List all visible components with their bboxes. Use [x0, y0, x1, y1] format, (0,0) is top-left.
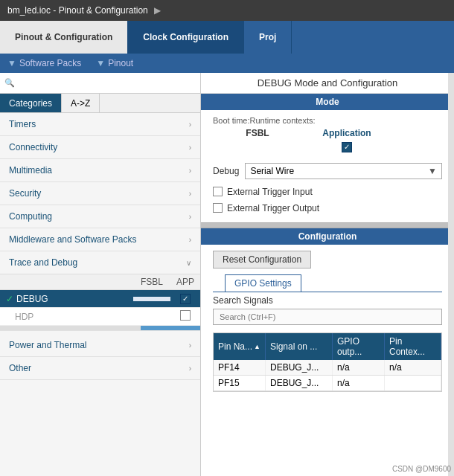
sub-tab-bar: ▼ Software Packs ▼ Pinout: [0, 54, 454, 73]
pin-table: Pin Na... ▲ Signal on ... GPIO outp... P…: [213, 332, 442, 392]
checkbox-debug-app[interactable]: ✓: [180, 294, 191, 304]
checkbox-app-context[interactable]: ✓: [342, 142, 352, 152]
sidebar-item-middleware[interactable]: Middleware and Software Packs ›: [0, 228, 200, 251]
watermark: CSDN @DM9600: [392, 465, 451, 473]
pin-cell-pf14-name: PF14: [214, 360, 266, 375]
trace-col-app-header: APP: [170, 274, 200, 289]
checkbox-ext-trigger-output[interactable]: [213, 203, 223, 213]
sidebar-item-timers[interactable]: Timers ›: [0, 113, 200, 136]
ctx-app-checkbox-cell[interactable]: ✓: [302, 141, 391, 152]
panel-title: DEBUG Mode and Configuration: [201, 73, 454, 94]
context-app-label: Application: [302, 128, 391, 138]
pin-col-2-header: Signal on ...: [266, 333, 333, 360]
main-layout: 🔍 Categories A->Z Timers › Connectivity …: [0, 73, 454, 476]
debug-label: Debug: [213, 166, 239, 176]
pin-cell-pf14-signal: DEBUG_J...: [266, 360, 333, 375]
cat-tab-categories[interactable]: Categories: [0, 94, 62, 112]
pin-cell-pf14-context: n/a: [385, 360, 441, 375]
config-section: Configuration Reset Configuration GPIO S…: [201, 228, 454, 392]
pin-col-4-header: Pin Contex...: [385, 333, 441, 360]
right-scrollbar[interactable]: [448, 73, 454, 476]
tab-clock[interactable]: Clock Configuration: [128, 21, 244, 54]
title-arrow: ▶: [154, 5, 161, 16]
external-trigger-output-row[interactable]: External Trigger Output: [201, 200, 454, 216]
search-signals: Search Signals: [201, 292, 454, 328]
pin-cell-pf15-gpio: n/a: [333, 376, 385, 390]
trace-scrollbar[interactable]: [0, 326, 200, 330]
pin-row-pf15[interactable]: PF15 DEBUG_J... n/a: [214, 376, 441, 391]
chevron-right-icon-6: ›: [189, 236, 191, 244]
right-panel: DEBUG Mode and Configuration Mode Boot t…: [201, 73, 454, 476]
trace-col-fsbl-header: FSBL: [133, 274, 170, 289]
checkbox-hdp-app[interactable]: [180, 310, 191, 321]
trace-cell-debug-app[interactable]: ✓: [170, 291, 200, 306]
chevron-right-icon-7: ›: [189, 341, 191, 350]
sidebar-item-computing[interactable]: Computing ›: [0, 205, 200, 228]
chevron-right-icon-8: ›: [189, 364, 191, 373]
pin-row-pf14[interactable]: PF14 DEBUG_J... n/a n/a: [214, 360, 441, 376]
context-fsbl-label: FSBL: [213, 128, 302, 138]
search-signals-input[interactable]: [213, 309, 442, 325]
tab-bar: Pinout & Configuration Clock Configurati…: [0, 21, 454, 54]
chevron-right-icon-4: ›: [189, 190, 191, 198]
search-input[interactable]: [18, 78, 196, 89]
select-arrow-icon: ▼: [428, 166, 437, 176]
chevron-down-icon: ∨: [186, 259, 191, 267]
pin-col-1-header: Pin Na... ▲: [214, 333, 266, 360]
category-tabs: Categories A->Z: [0, 94, 200, 113]
pin-cell-pf15-context: [385, 376, 441, 390]
arrow-icon-2: ▼: [96, 58, 105, 68]
chevron-right-icon: ›: [189, 120, 191, 129]
trace-cell-hdp-fsbl: [133, 315, 170, 319]
trace-table: FSBL APP ✓ DEBUG ✓: [0, 274, 200, 326]
trace-scrollbar-thumb: [141, 326, 200, 330]
chevron-right-icon-3: ›: [189, 167, 191, 175]
search-bar: 🔍: [0, 73, 200, 94]
pin-table-header: Pin Na... ▲ Signal on ... GPIO outp... P…: [214, 333, 441, 360]
pin-cell-pf15-signal: DEBUG_J...: [266, 376, 333, 390]
trace-table-header: FSBL APP: [0, 274, 200, 290]
sidebar-item-power[interactable]: Power and Thermal ›: [0, 334, 200, 357]
trace-cell-hdp-app[interactable]: [170, 308, 200, 325]
trace-header[interactable]: Trace and Debug ∨: [0, 251, 200, 274]
debug-row: Debug Serial Wire ▼: [201, 158, 454, 184]
sidebar-items: Timers › Connectivity › Multimedia › Sec…: [0, 113, 200, 476]
cat-tab-atoz[interactable]: A->Z: [62, 94, 100, 112]
checkbox-ext-trigger-input[interactable]: [213, 187, 223, 196]
external-trigger-input-row[interactable]: External Trigger Input: [201, 184, 454, 200]
pin-cell-pf14-gpio: n/a: [333, 360, 385, 375]
context-row: FSBL Application: [201, 126, 454, 140]
trace-cell-debug-fsbl: [133, 297, 170, 301]
boot-time-label: Boot time:Runtime contexts:: [201, 110, 454, 126]
chevron-right-icon-5: ›: [189, 213, 191, 221]
title-text: bm_led.ioc - Pinout & Configuration: [7, 5, 148, 16]
sidebar: 🔍 Categories A->Z Timers › Connectivity …: [0, 73, 201, 476]
trace-col-name-header: [0, 274, 133, 289]
arrow-icon: ▼: [7, 58, 16, 68]
reset-config-button[interactable]: Reset Configuration: [213, 251, 311, 268]
trace-row-debug[interactable]: ✓ DEBUG ✓: [0, 290, 200, 308]
check-icon: ✓: [6, 294, 13, 304]
sidebar-item-connectivity[interactable]: Connectivity ›: [0, 136, 200, 159]
sub-tab-software-packs[interactable]: ▼ Software Packs: [7, 58, 81, 68]
trace-cell-debug-name: ✓ DEBUG: [0, 292, 133, 306]
chevron-right-icon-2: ›: [189, 144, 191, 152]
debug-select[interactable]: Serial Wire ▼: [245, 163, 442, 179]
gpio-settings-tab[interactable]: GPIO Settings: [225, 274, 301, 292]
config-header: Configuration: [201, 228, 454, 245]
panel-divider: [201, 222, 454, 228]
trace-row-hdp[interactable]: HDP: [0, 308, 200, 326]
tab-project[interactable]: Proj: [244, 21, 292, 54]
sort-icon: ▲: [254, 343, 260, 350]
sidebar-item-other[interactable]: Other ›: [0, 357, 200, 380]
title-bar: bm_led.ioc - Pinout & Configuration ▶: [0, 0, 454, 21]
sidebar-item-security[interactable]: Security ›: [0, 182, 200, 205]
tab-pinout[interactable]: Pinout & Configuration: [0, 21, 128, 54]
pin-cell-pf15-name: PF15: [214, 376, 266, 390]
search-signals-label: Search Signals: [213, 295, 442, 306]
search-icon: 🔍: [4, 78, 15, 88]
sidebar-item-multimedia[interactable]: Multimedia ›: [0, 159, 200, 182]
trace-cell-hdp-name: HDP: [0, 309, 133, 324]
sub-tab-pinout[interactable]: ▼ Pinout: [96, 58, 133, 68]
trace-section: Trace and Debug ∨ FSBL APP ✓ DEBUG: [0, 251, 200, 331]
